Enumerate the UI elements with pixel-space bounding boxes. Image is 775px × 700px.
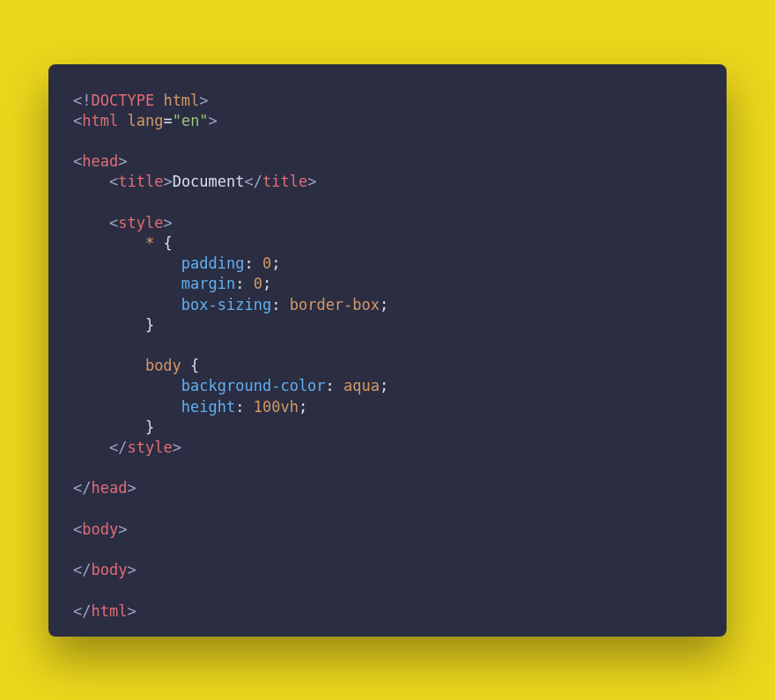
semicolon: ; (380, 296, 388, 313)
val-zero: 0 (254, 275, 262, 292)
bracket: > (163, 214, 172, 232)
semicolon: ; (262, 275, 271, 292)
head-open-tag: head (82, 152, 118, 170)
val-border-box: border-box (290, 296, 380, 313)
colon: : (235, 398, 244, 416)
bracket: > (118, 152, 127, 170)
prop-margin: margin (181, 275, 235, 292)
bracket: > (173, 438, 181, 456)
bracket: > (118, 520, 127, 538)
selector-body: body (145, 357, 181, 374)
title-close-tag: title (262, 173, 307, 190)
bracket: < (73, 152, 82, 170)
bracket: > (163, 173, 172, 190)
bracket: < (109, 173, 118, 190)
bracket: < (73, 112, 82, 129)
code-block: <!DOCTYPE html> <html lang="en"> <head> … (48, 64, 727, 637)
bracket: </ (109, 438, 127, 456)
head-close-tag: head (91, 479, 127, 497)
lang-value: "en" (173, 112, 209, 129)
val-100vh: 100vh (254, 398, 299, 416)
bracket: < (109, 214, 118, 232)
bracket: </ (245, 173, 262, 190)
bracket: > (127, 561, 136, 578)
doctype-keyword: DOCTYPE (91, 92, 154, 109)
prop-background-color: background-color (181, 377, 326, 394)
prop-box-sizing: box-sizing (181, 296, 271, 313)
colon: : (326, 377, 335, 394)
bracket: > (199, 92, 208, 109)
colon: : (244, 254, 253, 272)
selector-star: * (145, 234, 154, 252)
title-text: Document (173, 173, 245, 190)
style-open-tag: style (118, 214, 163, 232)
bracket: < (73, 520, 82, 538)
val-zero: 0 (262, 254, 271, 272)
brace-close: } (145, 316, 154, 334)
equals: = (163, 112, 172, 129)
bracket: </ (73, 561, 91, 578)
doctype-html: html (163, 92, 199, 109)
brace-open: { (181, 357, 199, 374)
lang-attr: lang (127, 112, 163, 129)
doctype-open: <! (73, 92, 91, 109)
prop-padding: padding (181, 254, 245, 272)
bracket: > (127, 602, 136, 620)
body-open-tag: body (82, 520, 118, 538)
html-close-tag: html (91, 602, 127, 620)
prop-height: height (181, 398, 235, 416)
val-aqua: aqua (343, 377, 380, 394)
bracket: </ (73, 602, 91, 620)
title-open-tag: title (118, 173, 163, 190)
brace-open: { (154, 234, 172, 252)
colon: : (271, 296, 280, 313)
style-close-tag: style (127, 438, 172, 456)
body-close-tag: body (91, 561, 127, 578)
brace-close: } (145, 418, 154, 436)
bracket: > (307, 173, 316, 190)
semicolon: ; (380, 377, 388, 394)
semicolon: ; (299, 398, 307, 416)
bracket: </ (73, 479, 91, 497)
html-open-tag: html (82, 112, 118, 129)
bracket: > (209, 112, 218, 129)
bracket: > (127, 479, 136, 497)
colon: : (235, 275, 244, 292)
semicolon: ; (271, 254, 280, 272)
